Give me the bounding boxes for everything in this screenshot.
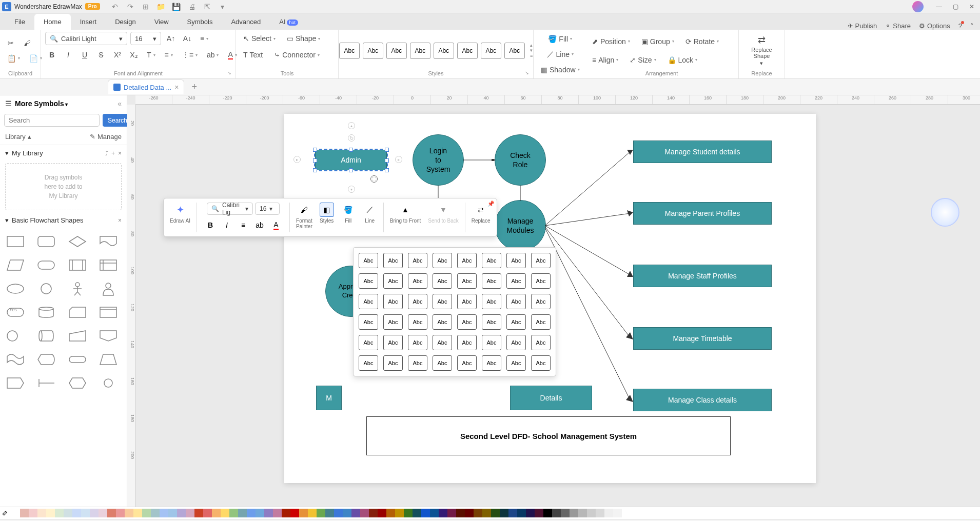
increase-font-button[interactable]: A↑ [164,32,178,45]
shape-display[interactable] [35,350,57,369]
lib-add-icon[interactable]: + [111,150,115,157]
symbol-drop-area[interactable]: Drag symbols here to add to My Library [5,163,122,210]
line-button[interactable]: ／Line▾ [544,48,577,61]
shape-subprocess[interactable] [97,303,120,322]
shape-predefined[interactable] [66,256,89,274]
color-swatch-23[interactable] [212,509,221,517]
help-button[interactable]: ? [958,22,962,30]
panel-collapse-icon[interactable]: « [117,99,122,108]
color-swatch-60[interactable] [535,509,543,517]
color-swatch-22[interactable] [203,509,212,517]
font-launcher[interactable]: ↘ [227,70,231,75]
style-swatch-10[interactable]: Abc [408,273,427,289]
style-swatch-4[interactable]: Abc [457,253,477,268]
color-swatch-47[interactable] [421,509,430,517]
shapes-close-icon[interactable]: × [118,217,122,224]
my-library-header[interactable]: ▾My Library ⤴ + × [0,145,127,161]
shape-document[interactable] [97,232,120,251]
float-color[interactable]: A [269,218,283,232]
styles-launcher[interactable]: ↘ [525,70,529,75]
color-swatch-1[interactable] [20,509,29,517]
style-swatch-33[interactable]: Abc [383,335,403,350]
color-swatch-69[interactable] [613,509,622,517]
style-swatch-1[interactable]: Abc [383,253,403,268]
style-swatch-40[interactable]: Abc [359,355,378,371]
color-swatch-58[interactable] [517,509,526,517]
color-swatch-39[interactable] [351,509,360,517]
shape-internal-storage[interactable] [97,256,120,274]
color-swatch-35[interactable] [317,509,325,517]
symbol-search-input[interactable] [4,114,100,127]
color-swatch-17[interactable] [160,509,168,517]
style-preset-2[interactable]: Abc [363,43,383,59]
connector-tool[interactable]: ⤷Connector▾ [271,48,323,62]
tab-home[interactable]: Home [34,14,71,30]
style-swatch-18[interactable]: Abc [408,294,427,309]
color-swatch-65[interactable] [578,509,587,517]
shape-actor[interactable] [66,279,89,298]
style-swatch-6[interactable]: Abc [506,253,526,268]
style-preset-5[interactable]: Abc [434,43,454,59]
color-swatch-51[interactable] [456,509,465,517]
style-swatch-38[interactable]: Abc [506,335,526,350]
share-button[interactable]: ⚬Share [885,22,911,30]
shape-cylinder-h[interactable] [35,327,57,345]
float-align[interactable]: ≡ [236,218,250,232]
print-icon[interactable]: 🖨 [187,2,197,11]
shape-manual-input[interactable] [66,327,89,345]
shape-manage-modules[interactable]: Manage Modules [495,200,546,251]
color-swatch-41[interactable] [369,509,378,517]
color-swatch-6[interactable] [64,509,72,517]
publish-button[interactable]: ✈Publish [848,22,877,30]
lock-button[interactable]: 🔒Lock▾ [664,53,701,67]
strike-button[interactable]: S [94,48,108,62]
color-swatch-18[interactable] [168,509,177,517]
group-button[interactable]: ▣Group▾ [638,35,677,48]
gallery-next[interactable]: ▾ [530,48,533,53]
burger-icon[interactable]: ☰ [5,99,12,108]
font-size-combo[interactable]: 16▾ [130,32,161,45]
shape-annotation[interactable] [35,374,57,392]
shape-check-role[interactable]: Check Role [495,134,546,186]
style-swatch-42[interactable]: Abc [408,355,427,371]
color-swatch-40[interactable] [360,509,369,517]
float-bold[interactable]: B [203,218,218,232]
shape-terminator[interactable] [66,350,89,369]
style-preset-1[interactable]: Abc [339,43,360,59]
color-swatch-30[interactable] [273,509,282,517]
style-swatch-47[interactable]: Abc [531,355,551,371]
color-swatch-5[interactable] [55,509,64,517]
shape-manage-timetable[interactable]: Manage Timetable [633,327,772,350]
style-swatch-17[interactable]: Abc [383,294,403,309]
cut-button[interactable]: ✂ [4,36,17,50]
conn-handle-n[interactable]: ▴ [348,122,355,129]
shape-yes-decision[interactable]: Yes [4,303,27,322]
style-swatch-8[interactable]: Abc [359,273,378,289]
style-swatch-35[interactable]: Abc [433,335,452,350]
title-frame[interactable]: Second Level DFD- School Management Syst… [366,416,731,455]
assistant-avatar[interactable] [931,198,959,227]
underline-button[interactable]: U [78,48,91,62]
rotate-handle[interactable]: ↻ [348,134,355,142]
color-swatch-13[interactable] [125,509,133,517]
align-button[interactable]: ≡▾ [197,32,211,45]
color-swatch-26[interactable] [238,509,247,517]
replace-shape-button[interactable]: ⇄ Replace Shape ▾ [749,33,774,68]
shape-manage-parent[interactable]: Manage Parent Profiles [633,202,772,225]
user-avatar[interactable] [912,1,924,12]
style-swatch-20[interactable]: Abc [457,294,477,309]
style-swatch-9[interactable]: Abc [383,273,403,289]
color-swatch-10[interactable] [99,509,107,517]
color-swatch-24[interactable] [221,509,229,517]
sel-handle-s[interactable] [349,168,353,172]
document-tab[interactable]: Detailed Data ... × [108,79,184,94]
style-swatch-41[interactable]: Abc [383,355,403,371]
shape-card[interactable] [66,303,89,322]
expand-handle[interactable]: ⛶ [370,175,378,183]
style-swatch-12[interactable]: Abc [457,273,477,289]
font-family-combo[interactable]: 🔍Calibri Light▾ [45,32,127,45]
color-swatch-50[interactable] [447,509,456,517]
shape-manage-class[interactable]: Manage Class details [633,389,772,411]
conn-handle-w[interactable]: ▸ [293,156,301,163]
maximize-button[interactable]: ▢ [949,1,962,13]
